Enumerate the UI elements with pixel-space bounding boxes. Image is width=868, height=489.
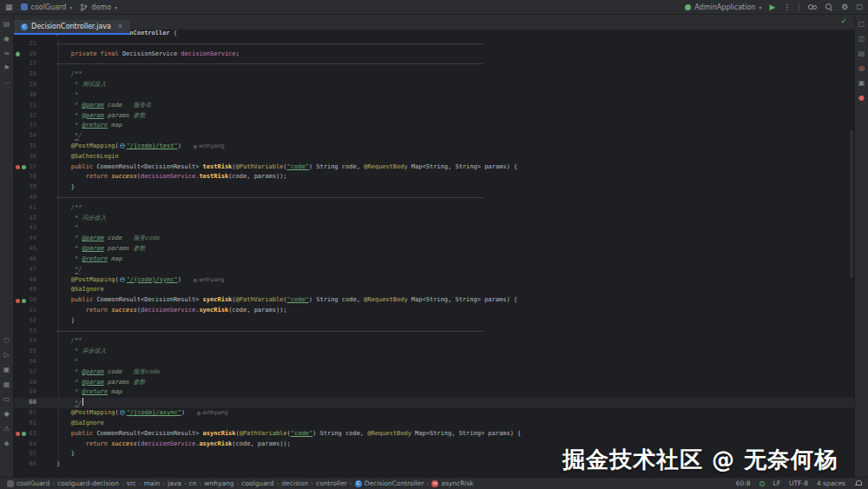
line-number[interactable]: 46 [14,254,36,265]
code-line[interactable]: 25 [14,39,854,50]
line-number[interactable]: 64 [14,439,36,450]
tab-decisioncontroller[interactable]: C DecisionController.java × [14,20,130,35]
project-icon[interactable]: ▤ [0,18,14,30]
line-number[interactable]: 43 [14,223,36,234]
code-line[interactable]: 45 * @param params 参数 [14,244,854,254]
line-number[interactable]: 40 [14,193,36,203]
line-number[interactable]: 39 [14,182,36,193]
settings-gear-icon[interactable]: ⚙ [841,3,848,11]
structure-icon[interactable]: ≡ [0,48,14,60]
api-gutter-icon[interactable] [16,432,20,436]
code-line[interactable]: 43 * [14,223,854,234]
code-line[interactable]: 35 @PostMapping("/{code}/test")wnhyang [14,142,854,152]
line-number[interactable]: 54 [14,336,36,347]
line-number[interactable]: 35 [14,142,36,152]
code-line[interactable]: 44 * @param code 服务code [14,234,854,244]
author-inlay-hint[interactable]: wnhyang [197,409,228,416]
search-everywhere-icon[interactable] [825,3,833,11]
code-line[interactable]: 39 } [14,182,854,193]
breadcrumb-item[interactable]: src [127,479,136,487]
line-number[interactable]: 32 [14,111,36,122]
api-gutter-icon[interactable] [16,165,20,169]
code-line[interactable]: 29 * 测试接入 [14,80,854,90]
line-number[interactable]: 34 [14,131,36,142]
breadcrumb-item[interactable]: coolguard [241,479,273,487]
api2-gutter-icon[interactable] [22,165,26,169]
code-line[interactable]: 55 * 异步接入 [14,347,854,357]
line-number[interactable]: 33 [14,121,36,131]
line-number[interactable]: 51 [14,306,36,316]
code-line[interactable]: 34 */ [14,131,854,142]
breadcrumb-item[interactable]: masyncRisk [431,479,473,487]
code-line[interactable]: 31 * @param code 服务名 [14,101,854,111]
code-line[interactable]: 50 public CommonResult<DecisionResult> s… [14,295,854,306]
line-number[interactable]: 62 [14,419,36,429]
breadcrumb-item[interactable]: controller [316,479,347,487]
code-line[interactable]: 28 /** [14,69,854,80]
code-line[interactable]: 37 public CommonResult<DecisionResult> t… [14,162,854,173]
inspections-ok-icon[interactable]: ✓ [840,17,847,25]
line-number[interactable]: 59 [14,387,36,398]
code-line[interactable]: 56 * [14,357,854,367]
code-line[interactable]: 36 @SaCheckLogin [14,152,854,162]
breadcrumb-item[interactable]: coolguard-decision [57,479,119,487]
terminal-icon[interactable]: ▭ [0,393,14,406]
line-number[interactable]: 25 [14,39,36,50]
line-number[interactable]: 65 [14,449,36,459]
main-menu-icon[interactable]: ▦ [5,3,13,11]
api2-gutter-icon[interactable] [22,299,26,303]
layout-icon[interactable]: ▢ [856,3,863,10]
code-line[interactable]: 57 * @param code 服务code [14,367,854,378]
line-number[interactable]: 60 [14,398,36,408]
indent-widget[interactable]: 4 spaces [817,479,845,487]
line-number[interactable]: 38 [14,172,36,182]
code-line[interactable]: 46 * @return map [14,254,854,265]
find-icon[interactable]: ○ [0,334,14,347]
line-number[interactable]: 66 [14,459,36,470]
line-number[interactable]: 52 [14,316,36,327]
line-number[interactable]: 29 [14,80,36,90]
gradle-icon[interactable]: ▣ [855,77,868,89]
code-line[interactable]: 51 return success(decisionService.syncRi… [14,306,854,316]
line-number[interactable]: 28 [14,69,36,80]
breadcrumb-item[interactable]: java [168,479,181,487]
debug-icon[interactable]: ▣ [0,364,14,376]
api2-gutter-icon[interactable] [22,432,26,436]
more-run-options-icon[interactable]: ⋮ [783,3,791,11]
editor-scrollbar[interactable] [850,130,853,278]
breadcrumb-item[interactable]: coolGuard [7,479,49,487]
status-plugin-icon[interactable] [760,481,765,486]
code-line[interactable]: 47 */ [14,265,854,275]
url-inlay-icon[interactable] [120,143,125,149]
author-inlay-hint[interactable]: wnhyang [194,142,225,149]
author-inlay-hint[interactable]: wnhyang [194,276,225,283]
code-line[interactable]: 60 */ [14,398,854,408]
line-number[interactable]: 58 [14,378,36,388]
code-editor[interactable]: 24public class DecisionController {2526 … [14,30,854,477]
ai-assistant-icon[interactable]: ● [855,92,868,104]
line-number[interactable]: 41 [14,203,36,214]
notifications-icon[interactable]: ▢ [855,18,868,30]
code-line[interactable]: 32 * @param params 参数 [14,111,854,122]
line-number[interactable]: 27 [14,59,36,69]
maven-icon[interactable]: ◫ [855,33,868,45]
line-number[interactable]: 48 [14,275,36,286]
code-line[interactable]: 63 public CommonResult<DecisionResult> a… [14,429,854,439]
line-number[interactable]: 57 [14,367,36,378]
breadcrumb-item[interactable]: CDecisionController [355,479,424,487]
code-line[interactable]: 27 [14,59,854,69]
code-line[interactable]: 38 return success(decisionService.testRi… [14,172,854,182]
line-number[interactable]: 47 [14,265,36,275]
code-line[interactable]: 62 @SaIgnore [14,419,854,429]
run-icon[interactable]: ▷ [0,349,14,361]
endpoints-icon[interactable]: ◎ [855,63,868,75]
code-line[interactable]: 42 * 同步接入 [14,214,854,224]
code-line[interactable]: 26 private final DecisionService decisio… [14,50,854,60]
run-button[interactable]: ▶ [769,3,775,11]
notifications-bell-icon[interactable] [854,479,861,487]
services-icon[interactable]: ▦ [0,379,14,391]
code-line[interactable]: 52 } [14,316,854,327]
vcs-branch-widget[interactable]: demo ▾ [80,3,117,11]
line-number[interactable]: 31 [14,101,36,111]
line-number[interactable]: 61 [14,408,36,419]
